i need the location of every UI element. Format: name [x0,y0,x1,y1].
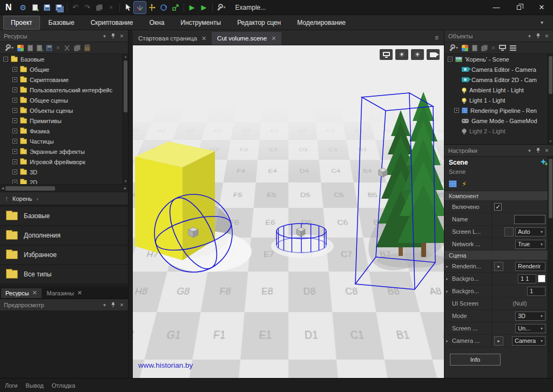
tree-item[interactable]: + Game Mode - GameMod [444,116,553,126]
collapse-icon[interactable]: − [3,57,8,62]
tree-item[interactable]: + Light 2 - Light [444,126,553,136]
close-icon[interactable]: ✕ [543,148,551,153]
menu-tab[interactable]: Базовые [41,16,82,30]
sun-icon[interactable]: ☀ [395,49,408,60]
enabled-checkbox[interactable]: ✓ [494,203,502,211]
tree-item[interactable]: + Общее сцены [0,95,128,105]
menu-tab[interactable]: Моделирование [289,16,353,30]
info-button[interactable]: Info [450,354,501,366]
expand-icon[interactable]: + [454,108,459,113]
statusbar-tab[interactable]: Отладка [52,382,75,389]
tab-list-icon[interactable]: ≡ [435,34,439,42]
copy-object-icon[interactable] [481,45,488,51]
paste-icon[interactable] [84,45,90,51]
menu-tab[interactable]: Инструменты [173,16,228,30]
expand-icon[interactable]: + [12,67,17,72]
expand-icon[interactable]: + [12,129,17,133]
screen-icon[interactable] [380,49,393,60]
scroll-up-icon[interactable]: ▴ [123,55,128,59]
pin-icon[interactable] [534,33,542,39]
delete-object-icon[interactable]: × [491,45,495,51]
breadcrumb[interactable]: ↑ Корень › [0,192,128,205]
expand-icon[interactable]: + [12,108,17,113]
tree-item[interactable]: + Скриптование [0,75,128,85]
panel-menu-icon[interactable]: ▾ [525,33,534,39]
expand-icon[interactable]: + [12,98,17,103]
close-icon[interactable]: ✕ [543,33,551,39]
cut-icon[interactable] [64,45,70,51]
folder-list-item[interactable]: Дополнения [0,226,128,245]
new-file-icon[interactable] [29,2,41,13]
save-all-icon[interactable] [53,2,65,13]
up-arrow-icon[interactable]: ↑ [5,195,8,202]
tree-item[interactable]: + Частицы [0,136,128,146]
gear-icon[interactable]: ⚙ [17,2,29,13]
tree-item[interactable]: + Camera Editor 2D - Cam [444,75,553,85]
screen-orientation-dropdown[interactable]: Un...▾ [515,324,545,333]
viewport-3d[interactable]: H1G1F1E1D1C1B1A1H1G1F1E1D1C1B1A1H1G1F1E1… [133,45,444,378]
close-icon[interactable]: ✕ [118,33,126,39]
components-icon[interactable] [462,45,468,51]
scroll-down-icon[interactable]: ▾ [548,139,553,144]
property-button[interactable] [504,227,514,236]
pin-icon[interactable] [109,33,117,39]
objects-scrollbar[interactable]: ▾ [548,54,553,144]
undo-icon[interactable]: ↶ [70,2,82,13]
background-color-field[interactable]: 1 1 [518,274,536,283]
new-doc-icon[interactable] [28,45,33,51]
list-view-icon[interactable] [510,45,516,51]
scrollbar-thumb[interactable] [5,186,55,191]
select-tool-icon[interactable] [134,2,146,13]
close-tab-icon[interactable]: ✕ [32,290,37,296]
tree-item[interactable]: + Игровой фреймворк [0,157,128,167]
scroll-left-icon[interactable]: ◂ [2,186,4,191]
new-object-icon[interactable] [472,45,477,51]
menu-tab[interactable]: Редактор сцен [230,16,288,30]
menu-tab[interactable]: Окна [141,16,172,30]
document-tab[interactable]: Cut volume.scene ✕ [212,32,281,45]
reference-button[interactable]: ▸ [494,336,503,346]
camera-dropdown[interactable]: Camera▾ [512,336,545,346]
rendering-pipeline-field[interactable]: Renderir [515,262,545,271]
scroll-right-icon[interactable]: ▸ [124,186,126,191]
ui-screen-value[interactable]: (Null) [512,300,527,307]
tree-item[interactable]: + Экранные эффекты [0,146,128,157]
close-icon[interactable]: ✕ [118,302,126,308]
mode-dropdown[interactable]: 3D▾ [515,312,545,321]
play-icon[interactable]: ▶ [186,2,198,13]
scrollbar-thumb[interactable] [549,159,552,218]
save-icon[interactable] [41,2,53,13]
expand-icon[interactable]: + [12,77,17,82]
wrench-tool-icon[interactable]: ▾ [4,44,14,51]
tools-icon[interactable]: ▾ [215,2,227,13]
tree-item[interactable]: + Ambient Light - Light [444,85,553,95]
scale-tool-icon[interactable] [170,2,181,13]
new-doc-plus-icon[interactable] [37,45,42,51]
delete-resource-icon[interactable]: × [56,45,60,51]
run-icon[interactable]: ▶ [198,2,210,13]
expand-icon[interactable]: + [12,170,17,174]
scrollbar-thumb[interactable] [549,56,552,94]
reference-button[interactable]: ▸ [494,262,503,271]
tree-item[interactable]: + 2D [0,177,128,185]
tree-item[interactable]: + Light 1 - Light [444,95,553,105]
scrollbar-thumb[interactable] [124,60,127,112]
tree-item-root[interactable]: − 'Корень' - Scene [444,54,553,64]
tree-horizontal-scrollbar[interactable]: ◂ ▸ [0,185,128,192]
collapse-icon[interactable]: − [448,57,453,62]
menu-tab[interactable]: Скриптование [83,16,141,30]
statusbar-tab[interactable]: Логи [5,382,18,389]
tree-vertical-scrollbar[interactable]: ▴ ▾ [123,54,128,184]
close-tab-icon[interactable]: ✕ [77,290,82,296]
maximize-button[interactable] [508,0,530,15]
tree-item[interactable]: + Общие [0,64,128,75]
minimize-button[interactable]: — [485,0,508,15]
pin-icon[interactable] [534,147,542,153]
redo-icon[interactable]: ↷ [82,2,93,13]
tree-item-root[interactable]: − Базовые [0,54,128,64]
screen-settings-icon[interactable] [449,180,457,187]
expand-icon[interactable]: + [12,118,17,123]
menu-tab[interactable]: Проект [3,16,40,30]
settings-scrollbar[interactable] [548,157,553,378]
events-icon[interactable]: ⚡ [462,180,467,187]
